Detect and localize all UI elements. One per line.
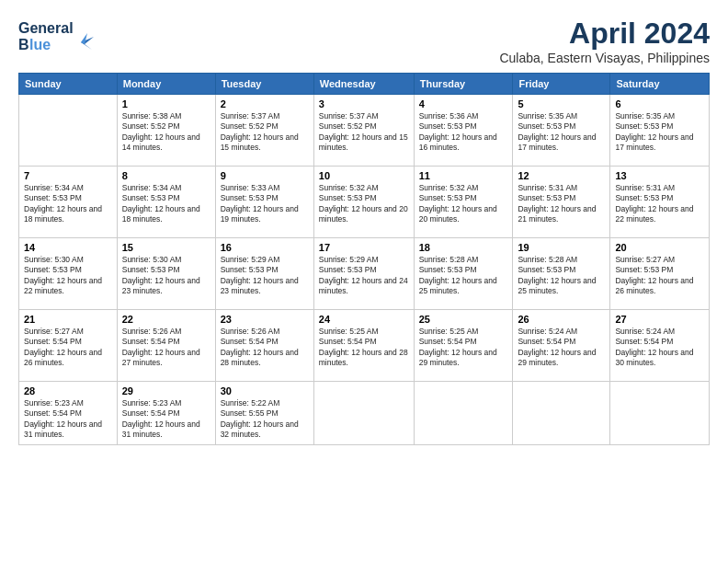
column-header: Thursday [414,74,513,95]
calendar-cell: 29Sunrise: 5:23 AMSunset: 5:54 PMDayligh… [117,382,215,445]
day-info: Sunrise: 5:37 AMSunset: 5:52 PMDaylight:… [221,111,309,154]
calendar-cell: 14Sunrise: 5:30 AMSunset: 5:53 PMDayligh… [19,238,118,310]
day-info: Sunrise: 5:27 AMSunset: 5:54 PMDaylight:… [24,327,112,369]
day-number: 27 [615,314,704,325]
day-number: 8 [122,170,210,181]
day-number: 29 [122,385,210,396]
day-info: Sunrise: 5:33 AMSunset: 5:53 PMDaylight:… [221,183,309,225]
calendar-cell: 3Sunrise: 5:37 AMSunset: 5:52 PMDaylight… [313,95,414,167]
calendar-cell: 23Sunrise: 5:26 AMSunset: 5:54 PMDayligh… [215,310,313,382]
location: Culaba, Eastern Visayas, Philippines [499,51,710,65]
day-info: Sunrise: 5:29 AMSunset: 5:53 PMDaylight:… [319,255,409,297]
day-info: Sunrise: 5:22 AMSunset: 5:55 PMDaylight:… [221,398,309,441]
day-number: 15 [122,242,210,253]
calendar-cell: 25Sunrise: 5:25 AMSunset: 5:54 PMDayligh… [414,310,513,382]
day-info: Sunrise: 5:31 AMSunset: 5:53 PMDaylight:… [615,183,704,225]
day-number: 1 [122,98,210,109]
day-info: Sunrise: 5:34 AMSunset: 5:53 PMDaylight:… [24,183,112,225]
day-number: 12 [518,170,605,181]
day-number: 6 [615,98,704,109]
day-info: Sunrise: 5:28 AMSunset: 5:53 PMDaylight:… [518,255,605,297]
day-number: 3 [319,98,409,109]
page: General B lue April 2024 Culaba, Eastern… [0,0,728,563]
day-number: 9 [221,170,309,181]
day-number: 21 [24,314,112,325]
day-info: Sunrise: 5:24 AMSunset: 5:54 PMDaylight:… [615,327,704,369]
day-info: Sunrise: 5:32 AMSunset: 5:53 PMDaylight:… [419,183,508,225]
day-number: 20 [615,242,704,253]
calendar-cell: 12Sunrise: 5:31 AMSunset: 5:53 PMDayligh… [513,167,610,238]
day-number: 13 [615,170,704,181]
column-header: Tuesday [215,74,313,95]
day-number: 18 [419,242,508,253]
day-info: Sunrise: 5:23 AMSunset: 5:54 PMDaylight:… [24,398,112,441]
svg-text:B: B [18,37,29,52]
calendar-cell: 28Sunrise: 5:23 AMSunset: 5:54 PMDayligh… [19,382,118,445]
calendar-cell: 9Sunrise: 5:33 AMSunset: 5:53 PMDaylight… [215,167,313,238]
day-info: Sunrise: 5:25 AMSunset: 5:54 PMDaylight:… [319,327,409,369]
calendar-cell [513,382,610,445]
day-number: 11 [419,170,508,181]
day-info: Sunrise: 5:35 AMSunset: 5:53 PMDaylight:… [518,111,605,154]
day-number: 2 [221,98,309,109]
column-header: Monday [117,74,215,95]
svg-text:lue: lue [29,37,51,52]
calendar-table: SundayMondayTuesdayWednesdayThursdayFrid… [18,73,710,445]
day-info: Sunrise: 5:34 AMSunset: 5:53 PMDaylight:… [122,183,210,225]
day-number: 28 [24,385,112,396]
logo: General B lue [18,17,101,59]
day-info: Sunrise: 5:25 AMSunset: 5:54 PMDaylight:… [419,327,508,369]
month-title: April 2024 [499,17,710,51]
day-info: Sunrise: 5:28 AMSunset: 5:53 PMDaylight:… [419,255,508,297]
day-number: 24 [319,314,409,325]
calendar-cell: 22Sunrise: 5:26 AMSunset: 5:54 PMDayligh… [117,310,215,382]
day-info: Sunrise: 5:24 AMSunset: 5:54 PMDaylight:… [518,327,605,369]
calendar-cell [414,382,513,445]
header: General B lue April 2024 Culaba, Eastern… [18,17,710,65]
day-number: 7 [24,170,112,181]
day-number: 10 [319,170,409,181]
day-info: Sunrise: 5:30 AMSunset: 5:53 PMDaylight:… [24,255,112,297]
calendar-cell [313,382,414,445]
calendar-cell: 26Sunrise: 5:24 AMSunset: 5:54 PMDayligh… [513,310,610,382]
day-info: Sunrise: 5:27 AMSunset: 5:53 PMDaylight:… [615,255,704,297]
day-info: Sunrise: 5:37 AMSunset: 5:52 PMDaylight:… [319,111,409,154]
title-block: April 2024 Culaba, Eastern Visayas, Phil… [499,17,710,65]
day-number: 4 [419,98,508,109]
calendar-cell: 18Sunrise: 5:28 AMSunset: 5:53 PMDayligh… [414,238,513,310]
day-number: 25 [419,314,508,325]
day-number: 22 [122,314,210,325]
calendar-cell: 19Sunrise: 5:28 AMSunset: 5:53 PMDayligh… [513,238,610,310]
calendar-cell: 24Sunrise: 5:25 AMSunset: 5:54 PMDayligh… [313,310,414,382]
calendar-cell: 16Sunrise: 5:29 AMSunset: 5:53 PMDayligh… [215,238,313,310]
calendar-cell: 8Sunrise: 5:34 AMSunset: 5:53 PMDaylight… [117,167,215,238]
day-info: Sunrise: 5:38 AMSunset: 5:52 PMDaylight:… [122,111,210,154]
calendar-cell: 7Sunrise: 5:34 AMSunset: 5:53 PMDaylight… [19,167,118,238]
day-number: 19 [518,242,605,253]
calendar-cell: 30Sunrise: 5:22 AMSunset: 5:55 PMDayligh… [215,382,313,445]
column-header: Friday [513,74,610,95]
day-info: Sunrise: 5:26 AMSunset: 5:54 PMDaylight:… [122,327,210,369]
day-info: Sunrise: 5:30 AMSunset: 5:53 PMDaylight:… [122,255,210,297]
day-number: 30 [221,385,309,396]
day-number: 23 [221,314,309,325]
calendar-cell [19,95,118,167]
day-info: Sunrise: 5:29 AMSunset: 5:53 PMDaylight:… [221,255,309,297]
calendar-cell: 17Sunrise: 5:29 AMSunset: 5:53 PMDayligh… [313,238,414,310]
calendar-cell: 21Sunrise: 5:27 AMSunset: 5:54 PMDayligh… [19,310,118,382]
day-info: Sunrise: 5:32 AMSunset: 5:53 PMDaylight:… [319,183,409,225]
day-info: Sunrise: 5:23 AMSunset: 5:54 PMDaylight:… [122,398,210,441]
day-number: 16 [221,242,309,253]
day-info: Sunrise: 5:36 AMSunset: 5:53 PMDaylight:… [419,111,508,154]
day-number: 26 [518,314,605,325]
day-number: 14 [24,242,112,253]
svg-text:General: General [18,20,74,36]
column-header: Wednesday [313,74,414,95]
calendar-cell: 20Sunrise: 5:27 AMSunset: 5:53 PMDayligh… [610,238,710,310]
column-header: Saturday [610,74,710,95]
calendar-cell: 2Sunrise: 5:37 AMSunset: 5:52 PMDaylight… [215,95,313,167]
calendar-cell: 1Sunrise: 5:38 AMSunset: 5:52 PMDaylight… [117,95,215,167]
column-header: Sunday [19,74,118,95]
day-number: 5 [518,98,605,109]
calendar-cell: 6Sunrise: 5:35 AMSunset: 5:53 PMDaylight… [610,95,710,167]
